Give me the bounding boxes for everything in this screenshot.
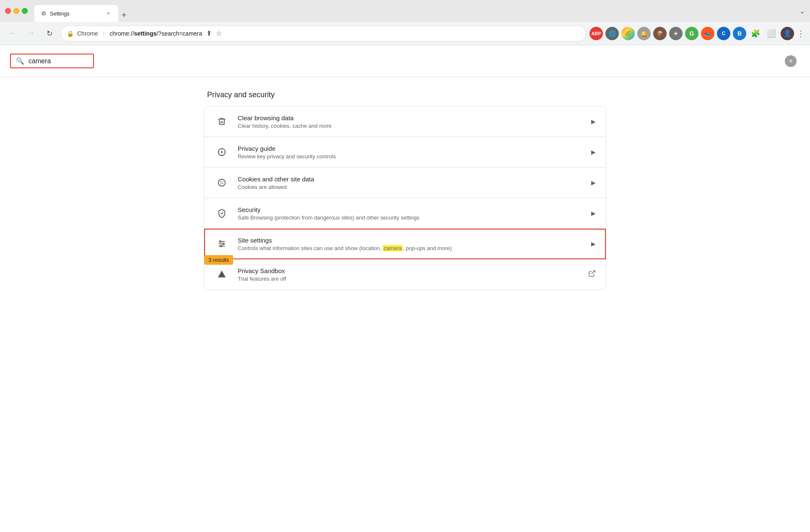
tab-close-button[interactable]: × — [105, 10, 112, 17]
settings-content: Privacy and security Clear browsing data… — [204, 77, 606, 303]
share-button[interactable]: ⬆ — [205, 28, 213, 38]
split-view-button[interactable]: ⬜ — [765, 27, 778, 40]
tab-title: Settings — [50, 10, 102, 17]
security-item[interactable]: Security Safe Browsing (protection from … — [204, 198, 606, 229]
settings-tab-icon: ⚙ — [41, 10, 47, 17]
cookies-title: Cookies and other site data — [238, 176, 586, 183]
svg-marker-19 — [218, 271, 226, 278]
svg-point-12 — [221, 182, 222, 182]
url-display: chrome://settings/?search=camera — [109, 30, 202, 37]
sliders-icon — [214, 236, 229, 251]
profile-avatar[interactable]: 👤 — [781, 27, 794, 40]
section-title: Privacy and security — [204, 90, 606, 99]
bookmark-button[interactable]: ☆ — [215, 28, 223, 38]
search-box[interactable]: 🔍 — [10, 54, 94, 68]
clear-browsing-data-desc: Clear history, cookies, cache and more — [238, 123, 586, 129]
clear-browsing-data-title: Clear browsing data — [238, 114, 586, 121]
search-icon: 🔍 — [16, 57, 24, 65]
privacy-guide-title: Privacy guide — [238, 145, 586, 152]
address-bar[interactable]: 🔒 Chrome | chrome://settings/?search=cam… — [60, 26, 586, 41]
close-window-button[interactable] — [5, 8, 11, 14]
svg-point-16 — [220, 241, 221, 243]
minimize-window-button[interactable] — [13, 8, 19, 14]
cookie-icon — [214, 175, 229, 190]
svg-point-18 — [220, 245, 222, 247]
svg-marker-6 — [221, 150, 223, 153]
site-settings-title: Site settings — [238, 237, 586, 244]
svg-point-8 — [220, 181, 221, 182]
privacy-sandbox-item[interactable]: Privacy Sandbox Trial features are off — [204, 259, 606, 289]
rainbow-extension[interactable]: 🌈 — [621, 27, 635, 40]
b-extension[interactable]: B — [733, 27, 746, 40]
security-arrow: ▶ — [591, 210, 596, 217]
svg-point-11 — [222, 183, 223, 184]
active-tab[interactable]: ⚙ Settings × — [34, 5, 118, 22]
shield-icon — [214, 206, 229, 221]
fullscreen-window-button[interactable] — [22, 8, 28, 14]
privacy-sandbox-content: Privacy Sandbox Trial features are off — [238, 267, 583, 282]
site-settings-item[interactable]: Site settings Controls what information … — [204, 229, 606, 259]
site-settings-arrow: ▶ — [591, 240, 596, 247]
forward-button[interactable]: → — [23, 26, 39, 41]
svg-point-10 — [220, 183, 221, 184]
back-button[interactable]: ← — [5, 26, 20, 41]
c-extension[interactable]: C — [717, 27, 730, 40]
traffic-lights — [5, 8, 28, 14]
compass-icon — [214, 145, 229, 160]
titlebar: ⚙ Settings × + ⌄ — [0, 0, 810, 22]
adblock-plus-extension[interactable]: ABP — [589, 27, 603, 40]
privacy-sandbox-desc: Trial features are off — [238, 276, 583, 282]
security-desc: Safe Browsing (protection from dangerous… — [238, 214, 586, 221]
site-settings-desc: Controls what information sites can use … — [238, 245, 586, 251]
plus-extension[interactable]: + — [669, 27, 683, 40]
sandbox-icon — [214, 267, 229, 282]
lock-icon: 🔒 — [67, 30, 74, 37]
extensions-area: ABP 🌐 🌈 🔔 📦 + G 👟 C B 🧩 ⬜ 👤 ⋮ — [589, 27, 805, 40]
camera-highlight: camera — [383, 245, 402, 251]
tab-bar: ⚙ Settings × + — [34, 0, 796, 22]
new-tab-button[interactable]: + — [118, 9, 130, 22]
extensions-button[interactable]: 🧩 — [749, 27, 762, 40]
shoe-extension[interactable]: 👟 — [701, 27, 714, 40]
reload-button[interactable]: ↻ — [42, 26, 57, 41]
clear-browsing-data-item[interactable]: Clear browsing data Clear history, cooki… — [204, 106, 606, 137]
results-badge: 3 results — [204, 255, 233, 265]
main-content: 🔍 × Privacy and security Clear browsi — [0, 45, 810, 532]
search-clear-button[interactable]: × — [785, 55, 797, 67]
window-dropdown-button[interactable]: ⌄ — [800, 7, 805, 15]
privacy-sandbox-external-icon — [588, 270, 596, 279]
search-input[interactable] — [29, 57, 79, 65]
cookies-item[interactable]: Cookies and other site data Cookies are … — [204, 168, 606, 198]
cookies-content: Cookies and other site data Cookies are … — [238, 176, 586, 190]
settings-card: Clear browsing data Clear history, cooki… — [204, 106, 606, 290]
clear-browsing-data-arrow: ▶ — [591, 118, 596, 125]
privacy-guide-content: Privacy guide Review key privacy and sec… — [238, 145, 586, 160]
cookies-arrow: ▶ — [591, 179, 596, 186]
privacy-guide-item[interactable]: Privacy guide Review key privacy and sec… — [204, 137, 606, 168]
svg-point-7 — [218, 179, 226, 186]
cookies-desc: Cookies are allowed — [238, 184, 586, 190]
brown-extension[interactable]: 📦 — [653, 27, 667, 40]
search-container: 🔍 × — [0, 45, 810, 77]
address-actions: ⬆ ☆ — [205, 28, 223, 38]
privacy-guide-arrow: ▶ — [591, 149, 596, 155]
navbar: ← → ↻ 🔒 Chrome | chrome://settings/?sear… — [0, 22, 810, 45]
privacy-sandbox-title: Privacy Sandbox — [238, 267, 583, 274]
svg-line-20 — [592, 271, 595, 274]
site-settings-content: Site settings Controls what information … — [238, 237, 586, 251]
clear-browsing-data-content: Clear browsing data Clear history, cooki… — [238, 114, 586, 129]
security-content: Security Safe Browsing (protection from … — [238, 206, 586, 221]
trash-icon — [214, 114, 229, 129]
chrome-menu-button[interactable]: ⋮ — [797, 28, 805, 39]
svg-point-17 — [223, 243, 224, 245]
browser-label: Chrome — [77, 30, 98, 37]
security-title: Security — [238, 206, 586, 213]
globe-extension[interactable]: 🌐 — [605, 27, 619, 40]
privacy-guide-desc: Review key privacy and security controls — [238, 153, 586, 160]
svg-point-9 — [223, 181, 223, 182]
google-extension[interactable]: G — [685, 27, 698, 40]
bell-extension[interactable]: 🔔 — [637, 27, 651, 40]
